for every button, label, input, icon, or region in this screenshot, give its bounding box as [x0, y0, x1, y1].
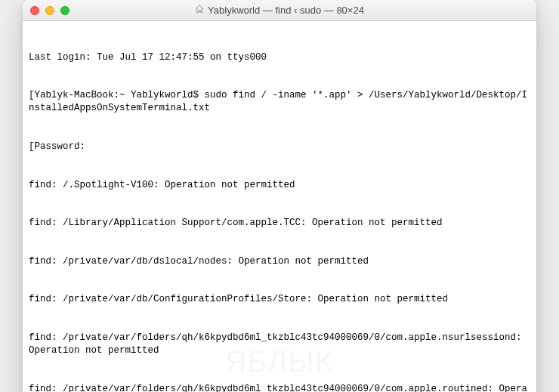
terminal-line: [Yablyk-MacBook:~ Yablykworld$ sudo find… — [29, 89, 530, 115]
terminal-line: find: /private/var/db/ConfigurationProfi… — [29, 293, 530, 306]
terminal-line: find: /Library/Application Support/com.a… — [29, 217, 530, 230]
terminal-body[interactable]: Last login: Tue Jul 17 12:47:55 on ttys0… — [23, 21, 536, 392]
terminal-line: Last login: Tue Jul 17 12:47:55 on ttys0… — [29, 51, 530, 64]
terminal-line: find: /private/var/folders/qh/k6kpydbd6m… — [29, 383, 530, 393]
window-title-area: Yablykworld — find ‹ sudo — 80×24 — [195, 5, 364, 16]
minimize-button[interactable] — [45, 6, 54, 15]
home-icon — [195, 5, 204, 16]
titlebar[interactable]: Yablykworld — find ‹ sudo — 80×24 — [23, 0, 536, 21]
traffic-lights — [30, 6, 69, 15]
terminal-line: find: /private/var/db/dslocal/nodes: Ope… — [29, 255, 530, 268]
terminal-line: find: /private/var/folders/qh/k6kpydbd6m… — [29, 332, 530, 357]
close-button[interactable] — [30, 6, 39, 15]
terminal-line: find: /.Spotlight-V100: Operation not pe… — [29, 179, 530, 192]
terminal-line: [Password: — [29, 140, 530, 153]
terminal-window: Yablykworld — find ‹ sudo — 80×24 Last l… — [23, 0, 536, 392]
window-title: Yablykworld — find ‹ sudo — 80×24 — [208, 5, 364, 16]
maximize-button[interactable] — [60, 6, 69, 15]
